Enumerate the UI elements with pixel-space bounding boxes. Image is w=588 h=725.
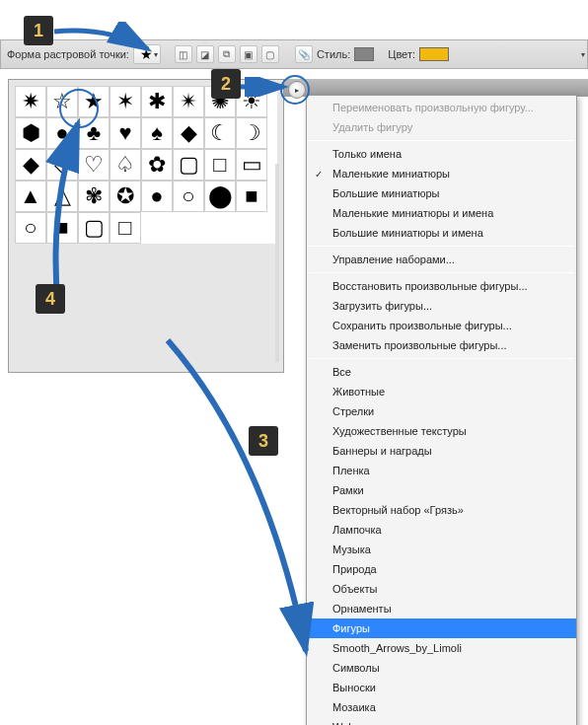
menu-item-label: Баннеры и награды: [332, 445, 432, 457]
shape-circle-outline[interactable]: ○: [173, 181, 204, 212]
shape-square-border[interactable]: ▢: [78, 212, 110, 244]
menu-item[interactable]: Большие миниатюры: [307, 183, 576, 203]
shape-star5-outline[interactable]: ☆: [46, 86, 78, 117]
shape-star-rounded[interactable]: ✪: [110, 181, 141, 212]
shape-circle-outline-big[interactable]: ○: [15, 212, 46, 244]
menu-item-label: Управление наборами...: [332, 254, 455, 265]
star-icon: ★: [140, 47, 153, 61]
color-swatch[interactable]: [419, 47, 449, 61]
menu-item-label: Векторный набор «Грязь»: [332, 504, 464, 516]
menu-separator: [309, 358, 574, 359]
geometry-btn-1[interactable]: ◫: [175, 45, 192, 63]
shape-star8[interactable]: ✴: [173, 86, 204, 117]
shape-diamond-outline[interactable]: ◇: [46, 149, 78, 181]
menu-separator: [309, 246, 574, 247]
shape-square-outline[interactable]: □: [204, 149, 236, 181]
menu-item[interactable]: Векторный набор «Грязь»: [307, 500, 576, 520]
menu-item-label: Природа: [332, 563, 377, 575]
menu-item-label: Все: [332, 366, 351, 378]
geometry-btn-4[interactable]: ▣: [240, 45, 257, 63]
menu-item[interactable]: Управление наборами...: [307, 250, 576, 269]
menu-separator: [309, 272, 574, 273]
menu-item[interactable]: Маленькие миниатюры и имена: [307, 203, 576, 223]
shape-heart[interactable]: ♥: [110, 117, 141, 149]
shape-diamond[interactable]: ◆: [15, 149, 46, 181]
shape-club[interactable]: ♣: [78, 117, 110, 149]
menu-item[interactable]: Выноски: [307, 678, 576, 697]
menu-item: Удалить фигуру: [307, 117, 576, 137]
menu-item[interactable]: Природа: [307, 559, 576, 579]
shape-square-solid-big[interactable]: ■: [46, 212, 78, 244]
geometry-btn-2[interactable]: ◪: [196, 45, 214, 63]
shape-spade-outline[interactable]: ♤: [110, 149, 141, 181]
menu-item-label: Только имена: [332, 148, 402, 160]
options-toolbar: Форма растровой точки: ★ ▾ ◫ ◪ ⧉ ▣ ▢ 📎 С…: [0, 39, 588, 69]
menu-item[interactable]: Сохранить произвольные фигуры...: [307, 316, 576, 335]
shape-starburst10[interactable]: ✷: [15, 86, 46, 117]
shape-circle[interactable]: ●: [141, 181, 173, 212]
geometry-btn-5[interactable]: ▢: [261, 45, 279, 63]
menu-item[interactable]: Smooth_Arrows_by_Limoli: [307, 638, 576, 658]
shape-spade[interactable]: ♠: [141, 117, 173, 149]
menu-item[interactable]: Загрузить фигуры...: [307, 296, 576, 316]
menu-item-label: Smooth_Arrows_by_Limoli: [332, 642, 462, 654]
menu-item[interactable]: Фигуры: [307, 618, 576, 638]
menu-item[interactable]: Лампочка: [307, 520, 576, 540]
shape-star5[interactable]: ★: [78, 86, 110, 117]
badge-4: 4: [36, 284, 65, 314]
menu-item-label: Восстановить произвольные фигуры...: [332, 280, 528, 292]
geometry-btn-3[interactable]: ⧉: [218, 45, 236, 63]
shape-blob[interactable]: ●: [46, 117, 78, 149]
menu-item[interactable]: Заменить произвольные фигуры...: [307, 335, 576, 355]
menu-item[interactable]: Баннеры и награды: [307, 441, 576, 461]
shape-star6-concave[interactable]: ✱: [141, 86, 173, 117]
shape-diamond-rounded[interactable]: ◆: [173, 117, 204, 149]
menu-item[interactable]: Только имена: [307, 144, 576, 164]
menu-item[interactable]: Стрелки: [307, 401, 576, 421]
shape-hexagon[interactable]: ⬢: [15, 117, 46, 149]
flyout-play-button[interactable]: ▸: [288, 81, 306, 99]
menu-item[interactable]: Восстановить произвольные фигуры...: [307, 276, 576, 296]
shape-heart-outline[interactable]: ♡: [78, 149, 110, 181]
shape-disc[interactable]: ⬤: [204, 181, 236, 212]
menu-item[interactable]: Орнаменты: [307, 599, 576, 618]
shape-square-solid[interactable]: ■: [236, 181, 267, 212]
menu-item[interactable]: Пленка: [307, 461, 576, 480]
shape-triangle-outline[interactable]: △: [46, 181, 78, 212]
shape-amoeba[interactable]: ✾: [78, 181, 110, 212]
shape-moon-filled[interactable]: ☽: [236, 117, 267, 149]
menu-item[interactable]: Животные: [307, 382, 576, 401]
scrollbar[interactable]: [275, 164, 279, 362]
menu-item[interactable]: Все: [307, 362, 576, 382]
style-swatch[interactable]: [354, 47, 374, 61]
menu-item-label: Большие миниатюры и имена: [332, 227, 483, 239]
menu-item-label: Стрелки: [332, 405, 374, 417]
shape-square-rounded[interactable]: ▢: [173, 149, 204, 181]
style-label: Стиль:: [317, 48, 350, 60]
menu-item-label: Орнаменты: [332, 603, 392, 615]
menu-item[interactable]: Объекты: [307, 579, 576, 599]
shape-triangle[interactable]: ▲: [15, 181, 46, 212]
menu-item[interactable]: Музыка: [307, 540, 576, 559]
shape-flower[interactable]: ✿: [141, 149, 173, 181]
shape-frame[interactable]: ▭: [236, 149, 267, 181]
menu-item-label: Рамки: [332, 484, 364, 496]
shape-grid-row2: ○■▢□: [15, 212, 277, 244]
attach-icon[interactable]: 📎: [295, 45, 313, 63]
menu-item[interactable]: Мозаика: [307, 697, 576, 717]
menu-item[interactable]: Художественные текстуры: [307, 421, 576, 441]
style-chevron-down-icon: ▾: [581, 50, 585, 59]
shape-dropdown[interactable]: ★ ▾: [133, 44, 161, 64]
menu-item[interactable]: Большие миниатюры и имена: [307, 223, 576, 243]
shape-moon[interactable]: ☾: [204, 117, 236, 149]
menu-item[interactable]: ✓Маленькие миниатюры: [307, 164, 576, 183]
menu-separator: [309, 140, 574, 141]
shape-square-empty[interactable]: □: [110, 212, 141, 244]
arrow-3: [158, 335, 326, 671]
shape-grid: ✷☆★✶✱✴✺☀⬢●♣♥♠◆☾☽◆◇♡♤✿▢□▭▲△✾✪●○⬤■: [15, 86, 277, 212]
shape-star6[interactable]: ✶: [110, 86, 141, 117]
menu-item[interactable]: Рамки: [307, 480, 576, 500]
menu-item[interactable]: Web: [307, 717, 576, 725]
badge-1: 1: [24, 16, 53, 45]
menu-item[interactable]: Символы: [307, 658, 576, 678]
